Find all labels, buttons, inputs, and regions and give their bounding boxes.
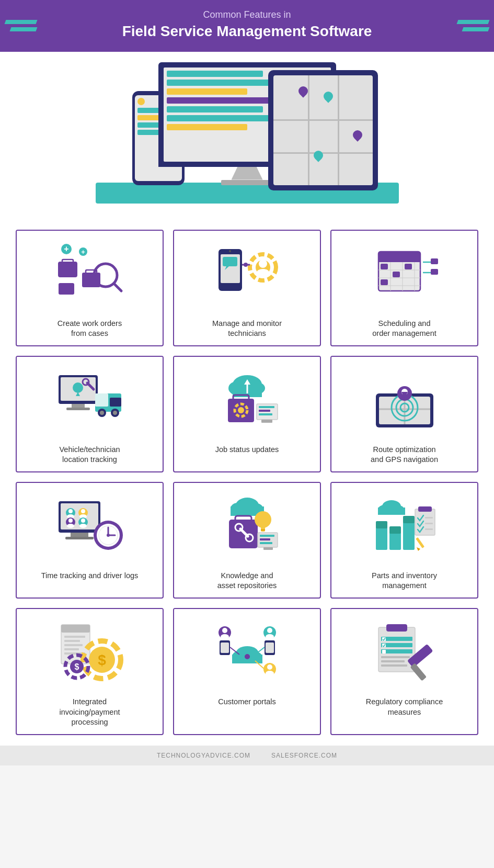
location-tracking-icon [56, 365, 124, 433]
feature-label-location-tracking: Vehicle/technicianlocation tracking [17, 441, 163, 471]
feature-card-customer-portals: Customer portals [173, 608, 321, 735]
screen-row-3 [167, 88, 247, 95]
svg-rect-130 [418, 506, 432, 512]
svg-point-166 [267, 664, 272, 670]
knowledge-icon [213, 491, 281, 559]
svg-rect-50 [110, 398, 121, 407]
feature-card-location-tracking: Vehicle/technicianlocation tracking [16, 356, 164, 472]
svg-rect-180 [381, 660, 405, 662]
svg-point-167 [266, 671, 274, 676]
feature-label-customer-portals: Customer portals [174, 693, 320, 714]
feature-icon-route-optimization [331, 357, 477, 441]
feature-icon-location-tracking [17, 357, 163, 441]
feature-card-time-tracking: Time tracking and driver logs [16, 482, 164, 599]
feature-card-route-optimization: Route optimizationand GPS navigation [330, 356, 478, 472]
svg-rect-125 [389, 532, 401, 550]
svg-point-52 [100, 411, 104, 415]
features-section: + + Create work ordersfrom cases [0, 224, 494, 746]
svg-rect-123 [376, 526, 387, 550]
svg-rect-25 [378, 258, 420, 262]
manage-technicians-icon [213, 239, 281, 307]
svg-rect-68 [259, 413, 272, 415]
svg-rect-69 [261, 420, 272, 423]
screen-row-4 [167, 97, 280, 104]
monitor-base [221, 180, 273, 185]
screen-row-1 [167, 71, 263, 77]
accent-bar-2 [10, 27, 38, 31]
svg-rect-117 [260, 542, 272, 544]
footer-source1: TECHNOLOGYADVICE.COM [157, 752, 250, 759]
svg-rect-66 [259, 406, 274, 408]
feature-label-route-optimization: Route optimizationand GPS navigation [331, 441, 477, 471]
phone-dot [137, 98, 145, 105]
svg-rect-127 [403, 521, 415, 550]
map-pin-teal-2 [313, 151, 324, 163]
svg-rect-126 [389, 526, 401, 534]
svg-rect-138 [64, 636, 85, 638]
svg-rect-129 [415, 509, 435, 535]
feature-label-parts-inventory: Parts and inventorymanagement [331, 567, 477, 598]
svg-rect-131 [425, 517, 433, 518]
svg-point-19 [259, 260, 267, 268]
hero-illustration [85, 67, 409, 214]
svg-rect-116 [260, 538, 270, 540]
svg-rect-179 [381, 656, 410, 658]
scheduling-icon [371, 239, 439, 307]
feature-card-parts-inventory: Parts and inventorymanagement [330, 482, 478, 599]
svg-rect-15 [223, 257, 237, 266]
feature-icon-scheduling [331, 231, 477, 314]
feature-icon-invoicing: $ $ [17, 609, 163, 693]
svg-rect-9 [59, 283, 74, 295]
svg-rect-140 [64, 644, 83, 646]
feature-icon-job-status [174, 357, 320, 441]
svg-text:+: + [81, 248, 85, 256]
screen-row-7 [167, 124, 247, 130]
accent-bar-3 [457, 20, 490, 24]
footer-sources: TECHNOLOGYADVICE.COM SALESFORCE.COM [6, 752, 488, 759]
hero-tablet [268, 70, 378, 190]
header: Common Features in Field Service Managem… [0, 0, 494, 52]
svg-rect-137 [61, 625, 90, 633]
feature-card-knowledge: Knowledge andasset repositories [173, 482, 321, 599]
svg-rect-172 [386, 624, 407, 632]
svg-point-111 [255, 511, 271, 528]
svg-point-157 [221, 634, 229, 639]
feature-label-job-status: Job status updates [174, 441, 320, 461]
map-line-v2 [338, 75, 339, 185]
page-wrapper: Common Features in Field Service Managem… [0, 0, 494, 765]
footer-source2: SALESFORCE.COM [271, 752, 337, 759]
feature-label-work-orders: Create work ordersfrom cases [17, 314, 163, 345]
tablet-screen [273, 75, 373, 185]
svg-rect-34 [393, 272, 400, 277]
header-accent-right [457, 0, 489, 52]
svg-rect-164 [266, 642, 274, 653]
svg-rect-139 [64, 640, 80, 642]
feature-card-invoicing: $ $ Integratedinvoicing/paymentprocessin… [16, 608, 164, 735]
feature-label-scheduling: Scheduling andorder management [331, 314, 477, 345]
invoicing-icon: $ $ [56, 617, 124, 685]
hero-section [0, 52, 494, 224]
feature-card-job-status: Job status updates [173, 356, 321, 472]
feature-icon-regulatory [331, 609, 477, 693]
svg-rect-124 [376, 521, 387, 528]
svg-rect-49 [95, 393, 108, 407]
map-pin-teal-1 [323, 92, 334, 104]
regulatory-icon [371, 617, 439, 685]
map-line-h1 [273, 119, 373, 121]
svg-rect-112 [261, 526, 265, 532]
feature-label-invoicing: Integratedinvoicing/paymentprocessing [17, 693, 163, 734]
svg-rect-133 [425, 528, 433, 530]
svg-rect-39 [431, 269, 438, 275]
svg-rect-35 [381, 279, 388, 285]
monitor-stand [232, 167, 263, 180]
feature-label-knowledge: Knowledge andasset repositories [174, 567, 320, 598]
feature-icon-parts-inventory [331, 483, 477, 567]
route-optimization-icon [371, 365, 439, 433]
svg-rect-178 [382, 650, 386, 653]
job-status-icon [213, 365, 281, 433]
svg-point-162 [266, 634, 274, 639]
screen-row-5 [167, 106, 263, 112]
svg-rect-106 [229, 520, 258, 548]
svg-marker-135 [417, 547, 420, 551]
svg-point-14 [229, 250, 231, 252]
